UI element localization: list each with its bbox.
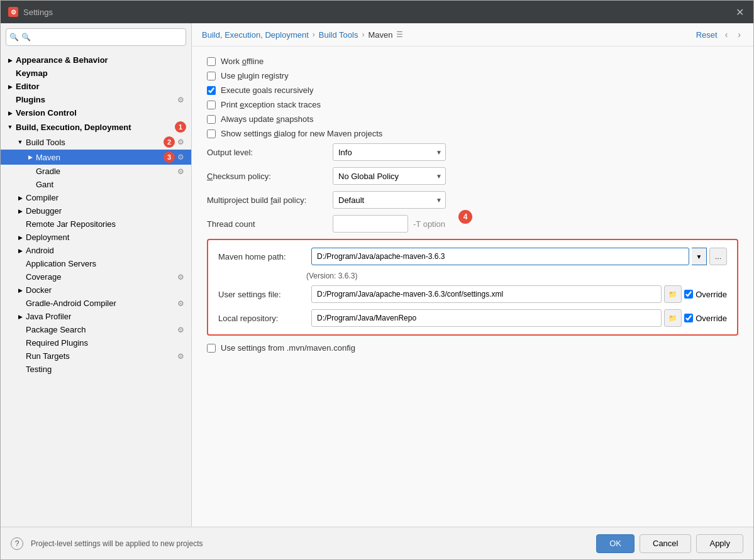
status-text: Project-level settings will be applied t…: [31, 539, 202, 548]
sidebar-item-label: Application Servers: [26, 259, 186, 268]
checksum-policy-dropdown: No Global Policy Fail Warn Ignore ▼: [333, 167, 446, 185]
expand-icon: [16, 312, 25, 321]
sidebar-item-build-exec[interactable]: Build, Execution, Deployment 1: [1, 119, 191, 135]
output-level-select[interactable]: Info Verbose Warn Error: [333, 143, 446, 161]
checkbox-label-plugin-registry: Use plugin registry: [221, 71, 289, 80]
checkbox-mvn-config[interactable]: [207, 344, 216, 353]
sidebar-item-label: Build, Execution, Deployment: [16, 123, 172, 132]
user-settings-input[interactable]: [311, 285, 662, 303]
user-settings-browse-btn[interactable]: 📁: [664, 285, 682, 303]
maven-home-browse-btn[interactable]: …: [709, 248, 727, 265]
sidebar-item-app-servers[interactable]: Application Servers: [1, 257, 191, 270]
sidebar-item-keymap[interactable]: Keymap: [1, 67, 191, 80]
sidebar-item-label: Remote Jar Repositories: [26, 219, 186, 229]
sidebar-item-run-targets[interactable]: Run Targets ⚙: [1, 349, 191, 363]
sidebar-item-label: Gant: [36, 180, 186, 189]
settings-panel: Work offline Use plugin registry Execute…: [192, 47, 753, 527]
sidebar-item-deployment[interactable]: Deployment: [1, 231, 191, 244]
sidebar-item-debugger[interactable]: Debugger: [1, 204, 191, 217]
expand-icon: [16, 194, 25, 202]
help-button[interactable]: ?: [11, 537, 23, 550]
gear-icon: ⚙: [177, 352, 186, 361]
checkbox-print-exception[interactable]: [207, 101, 216, 109]
forward-button[interactable]: ›: [735, 28, 743, 41]
breadcrumb-menu-icon[interactable]: ☰: [396, 30, 403, 39]
maven-version-text: (Version: 3.6.3): [306, 272, 727, 280]
sidebar-item-plugins[interactable]: Plugins ⚙: [1, 93, 191, 106]
checkbox-label-work-offline: Work offline: [221, 57, 263, 66]
multiproject-fail-policy-select[interactable]: Default Fail Fast Fail At End Never Fail: [333, 191, 446, 209]
sidebar-item-remote-jar[interactable]: Remote Jar Repositories: [1, 217, 191, 231]
thread-count-input[interactable]: [333, 215, 408, 233]
sidebar-item-gradle-android[interactable]: Gradle-Android Compiler ⚙: [1, 297, 191, 310]
sidebar-item-gant[interactable]: Gant: [1, 178, 191, 191]
sidebar-item-java-profiler[interactable]: Java Profiler: [1, 310, 191, 323]
sidebar-item-label: Android: [26, 246, 186, 255]
sidebar-item-maven[interactable]: Maven 3 ⚙: [1, 150, 191, 165]
sidebar-item-coverage[interactable]: Coverage ⚙: [1, 270, 191, 283]
sidebar-item-editor[interactable]: Editor: [1, 80, 191, 93]
main-content: Build, Execution, Deployment › Build Too…: [192, 23, 753, 527]
sidebar-item-label: Run Targets: [26, 351, 175, 361]
sidebar-item-required-plugins[interactable]: Required Plugins: [1, 336, 191, 349]
ok-button[interactable]: OK: [596, 534, 635, 553]
close-button[interactable]: ✕: [733, 6, 746, 18]
override-user-settings-checkbox[interactable]: [684, 290, 693, 299]
checkbox-always-update[interactable]: [207, 115, 216, 124]
settings-dialog: ⚙ Settings ✕ 🔍 Appearance & Behavior Ke: [0, 0, 754, 560]
reset-button[interactable]: Reset: [696, 30, 718, 40]
checksum-policy-row: Checksum policy: No Global Policy Fail W…: [207, 167, 738, 185]
expand-icon: [16, 207, 25, 216]
sidebar-item-label: Build Tools: [26, 138, 161, 147]
checkbox-row-print-exception: Print exception stack traces: [207, 100, 738, 109]
sidebar-item-build-tools[interactable]: Build Tools 2 ⚙: [1, 135, 191, 150]
checkbox-label-show-settings: Show settings dialog for new Maven proje…: [221, 129, 382, 138]
checkbox-execute-goals[interactable]: [207, 86, 216, 95]
thread-count-row: Thread count 4 -T option: [207, 215, 738, 233]
checkbox-work-offline[interactable]: [207, 57, 216, 66]
cancel-button[interactable]: Cancel: [640, 534, 691, 553]
sidebar-item-compiler[interactable]: Compiler: [1, 191, 191, 204]
checkbox-show-settings[interactable]: [207, 129, 216, 138]
expand-icon: [16, 233, 25, 242]
checkbox-row-always-update: Always update snapshots: [207, 114, 738, 124]
sidebar-item-label: Plugins: [16, 95, 175, 104]
checkbox-plugin-registry[interactable]: [207, 72, 216, 80]
gear-icon: ⚙: [177, 326, 186, 334]
sidebar-item-docker[interactable]: Docker: [1, 283, 191, 297]
back-button[interactable]: ‹: [723, 28, 731, 41]
sidebar-item-label: Package Search: [26, 325, 175, 334]
sidebar-item-version-control[interactable]: Version Control: [1, 106, 191, 119]
override-local-repo-checkbox[interactable]: [684, 314, 693, 322]
breadcrumb-part1[interactable]: Build, Execution, Deployment: [202, 30, 309, 40]
sidebar-item-testing[interactable]: Testing: [1, 363, 191, 376]
apply-button[interactable]: Apply: [696, 534, 743, 553]
sidebar-item-package-search[interactable]: Package Search ⚙: [1, 323, 191, 336]
sidebar-item-android[interactable]: Android: [1, 244, 191, 257]
output-level-dropdown: Info Verbose Warn Error ▼: [333, 143, 446, 161]
sidebar-item-label: Appearance & Behavior: [16, 55, 186, 65]
gear-icon: ⚙: [177, 167, 186, 176]
title-bar: ⚙ Settings ✕: [1, 1, 753, 23]
sidebar-item-gradle[interactable]: Gradle ⚙: [1, 165, 191, 178]
user-settings-row: User settings file: 📁 Override: [218, 285, 727, 303]
checkbox-row-show-settings: Show settings dialog for new Maven proje…: [207, 129, 738, 138]
sidebar-item-label: Docker: [26, 285, 186, 295]
local-repo-input[interactable]: [311, 309, 662, 327]
checksum-policy-select[interactable]: No Global Policy Fail Warn Ignore: [333, 167, 446, 185]
output-level-label: Output level:: [207, 148, 333, 157]
sidebar-item-appearance[interactable]: Appearance & Behavior: [1, 53, 191, 67]
local-repo-browse-btn[interactable]: 📁: [664, 309, 682, 327]
search-input[interactable]: [6, 28, 186, 46]
breadcrumb-part2[interactable]: Build Tools: [319, 30, 358, 40]
gear-icon: ⚙: [177, 138, 186, 146]
gear-icon: ⚙: [177, 273, 186, 282]
expand-icon: [16, 246, 25, 255]
maven-home-dropdown-btn[interactable]: ▼: [692, 248, 707, 265]
expand-icon: [16, 299, 25, 308]
multiproject-fail-policy-label: Multiproject build fail policy:: [207, 195, 333, 205]
sidebar-tree: Appearance & Behavior Keymap Editor Plug…: [1, 51, 191, 527]
breadcrumb-bar: Build, Execution, Deployment › Build Too…: [192, 23, 753, 47]
sidebar-item-label: Keymap: [16, 69, 186, 78]
maven-home-input[interactable]: [311, 248, 689, 265]
